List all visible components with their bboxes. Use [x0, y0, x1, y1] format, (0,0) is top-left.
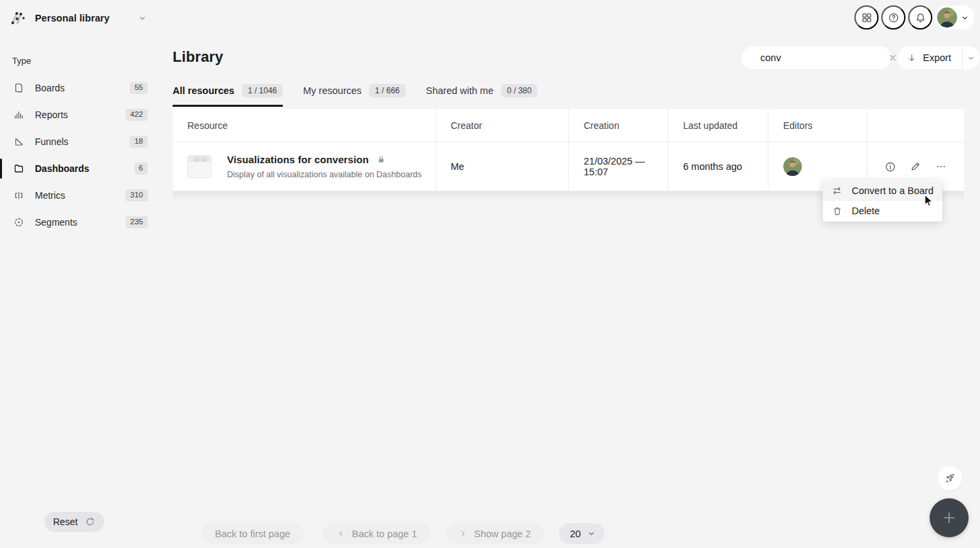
row-context-menu: Convert to a Board Delete	[823, 180, 942, 222]
info-button[interactable]	[881, 157, 899, 176]
tab-all-resources[interactable]: All resources 1 / 1046	[173, 84, 283, 107]
tab-count-badge: 0 / 380	[501, 84, 538, 97]
page-size-select[interactable]: 20	[559, 523, 604, 544]
column-header-creator: Creator	[435, 109, 568, 142]
sidebar-item-reports[interactable]: Reports 422	[0, 101, 161, 128]
plus-icon	[941, 510, 957, 526]
count-badge: 235	[126, 216, 148, 228]
count-badge: 18	[130, 136, 148, 148]
sidebar-item-metrics[interactable]: Metrics 310	[0, 182, 161, 209]
sidebar-item-label: Segments	[35, 217, 77, 228]
help-button[interactable]	[881, 5, 905, 30]
reset-filters-button[interactable]: Reset	[44, 512, 104, 532]
tab-count-badge: 1 / 1046	[242, 84, 283, 97]
page-size-value: 20	[570, 529, 580, 539]
more-actions-button[interactable]	[932, 157, 950, 176]
folder-icon	[13, 163, 24, 174]
segment-icon	[13, 217, 24, 228]
menu-item-label: Convert to a Board	[852, 185, 934, 196]
export-split-button: Export	[897, 46, 980, 69]
funnel-icon	[13, 136, 24, 147]
tab-label: Shared with me	[426, 85, 494, 96]
download-arrow-icon	[907, 53, 917, 63]
sidebar-item-funnels[interactable]: Funnels 18	[0, 128, 161, 155]
notifications-bell-icon	[915, 12, 926, 24]
sidebar-item-boards[interactable]: Boards 55	[0, 75, 161, 101]
sidebar-item-label: Boards	[35, 83, 64, 93]
sidebar-item-label: Dashboards	[35, 163, 89, 174]
apps-grid-button[interactable]	[854, 5, 879, 30]
search-input[interactable]	[760, 52, 886, 63]
menu-item-convert-to-board[interactable]: Convert to a Board	[823, 181, 942, 201]
export-button[interactable]: Export	[897, 46, 963, 69]
menu-item-delete[interactable]: Delete	[823, 201, 942, 221]
last-updated-cell: 6 months ago	[668, 142, 768, 191]
tab-my-resources[interactable]: My resources 1 / 666	[303, 84, 406, 107]
quick-launch-button[interactable]	[938, 466, 962, 490]
notifications-button[interactable]	[908, 5, 932, 30]
file-icon	[13, 83, 24, 93]
resource-thumbnail	[187, 155, 212, 178]
info-icon	[885, 161, 896, 173]
chevron-right-icon	[459, 529, 467, 538]
user-avatar	[937, 7, 957, 28]
sidebar-item-segments[interactable]: Segments 235	[0, 209, 161, 236]
tab-label: All resources	[173, 85, 234, 96]
workspace-switcher[interactable]: Personal library	[8, 8, 147, 28]
export-label: Export	[923, 52, 951, 63]
library-page: Personal library	[0, 0, 980, 548]
chevron-down-icon	[967, 54, 975, 62]
pagination-bar: Back to first page Back to page 1 Show p…	[202, 523, 605, 544]
count-badge: 422	[126, 109, 148, 121]
count-badge: 55	[130, 82, 148, 94]
count-badge: 310	[126, 189, 148, 201]
creation-cell: 21/03/2025 — 15:07	[568, 142, 668, 191]
chevron-down-icon	[138, 13, 147, 23]
tab-count-badge: 1 / 666	[369, 84, 406, 97]
table-header-row: Resource Creator Creation Last updated E…	[173, 109, 964, 142]
column-header-resource: Resource	[173, 109, 435, 142]
workspace-name: Personal library	[35, 13, 109, 24]
edit-button[interactable]	[906, 157, 925, 176]
user-menu[interactable]	[935, 5, 975, 30]
app-logo-icon	[8, 9, 26, 27]
create-new-button[interactable]	[930, 498, 969, 537]
chevron-left-icon	[337, 529, 345, 538]
sidebar-item-label: Metrics	[35, 190, 65, 201]
more-ellipsis-icon	[936, 161, 946, 172]
resources-table: Resource Creator Creation Last updated E…	[173, 109, 964, 191]
resource-title[interactable]: Visualizations for conversion	[227, 154, 369, 165]
editor-avatar[interactable]	[783, 157, 802, 176]
sidebar-item-label: Reports	[35, 109, 68, 120]
chevron-down-icon	[587, 529, 596, 538]
metric-icon	[13, 190, 24, 201]
column-header-editors: Editors	[768, 109, 866, 142]
edit-pencil-icon	[910, 161, 921, 172]
creator-cell: Me	[435, 142, 568, 191]
sidebar-item-label: Funnels	[35, 136, 69, 147]
topbar-actions	[854, 5, 975, 30]
tab-shared-with-me[interactable]: Shared with me 0 / 380	[426, 84, 537, 107]
apps-grid-icon	[861, 12, 873, 24]
pagination-label: Back to page 1	[352, 529, 417, 539]
reload-icon	[85, 516, 95, 527]
back-to-prev-page-button[interactable]: Back to page 1	[323, 523, 431, 544]
chevron-down-icon	[961, 13, 969, 22]
help-icon	[888, 12, 899, 24]
pagination-label: Show page 2	[474, 529, 531, 539]
export-options-button[interactable]	[963, 46, 980, 69]
reset-label: Reset	[53, 516, 78, 527]
sidebar-section-label: Type	[12, 56, 31, 66]
resource-tabs: All resources 1 / 1046 My resources 1 / …	[173, 84, 537, 107]
page-title: Library	[173, 48, 223, 66]
resource-description: Display of all visualizations available …	[227, 170, 422, 179]
show-next-page-button[interactable]: Show page 2	[445, 523, 545, 544]
count-badge: 6	[134, 163, 148, 175]
menu-item-label: Delete	[852, 205, 880, 216]
sidebar-item-dashboards[interactable]: Dashboards 6	[0, 155, 161, 182]
trash-icon	[832, 206, 842, 216]
type-filter-nav: Boards 55 Reports 422 Funnels 18	[0, 75, 161, 236]
back-to-first-page-button[interactable]: Back to first page	[202, 523, 304, 544]
lock-icon	[377, 155, 386, 164]
resource-cell: Visualizations for conversion Display of…	[173, 142, 435, 191]
